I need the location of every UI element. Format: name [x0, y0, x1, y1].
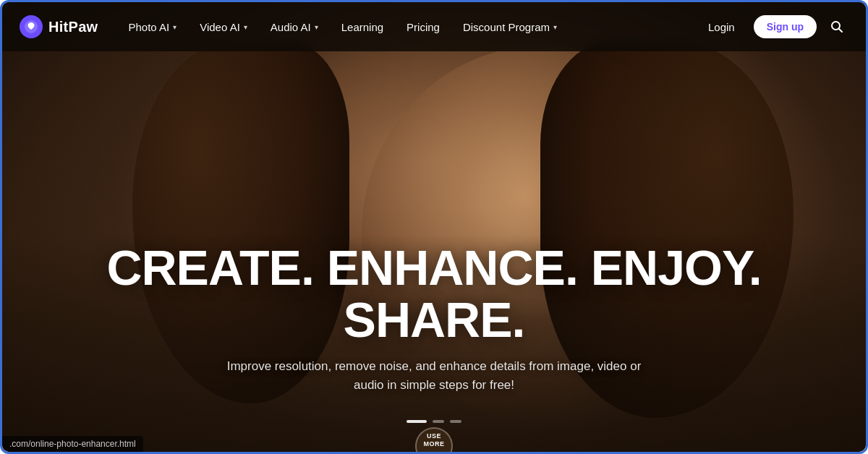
hero-content: CREATE. ENHANCE. ENJOY. SHARE. Improve r…: [2, 242, 866, 394]
hero-subtitle: Improve resolution, remove noise, and en…: [217, 357, 651, 394]
nav-item-discount-program[interactable]: Discount Program ▾: [453, 15, 567, 39]
svg-line-2: [839, 29, 843, 33]
slide-dot-3[interactable]: [450, 420, 461, 423]
slide-dot-2[interactable]: [433, 420, 444, 423]
nav-label-discount-program: Discount Program: [463, 21, 550, 33]
slide-indicators: [407, 420, 461, 423]
chevron-icon-photo-ai: ▾: [173, 23, 176, 31]
nav-label-learning: Learning: [341, 21, 383, 33]
page-wrapper: HitPaw Photo AI ▾ Video AI ▾ Audio AI ▾ …: [2, 2, 866, 452]
login-button[interactable]: Login: [698, 15, 745, 39]
logo-icon: [20, 15, 43, 38]
chevron-icon-video-ai: ▾: [244, 23, 247, 31]
chevron-icon-discount: ▾: [553, 23, 557, 31]
logo[interactable]: HitPaw: [20, 15, 98, 38]
nav-label-audio-ai: Audio AI: [271, 21, 311, 33]
nav-item-audio-ai[interactable]: Audio AI ▾: [260, 15, 328, 39]
nav-items: Photo AI ▾ Video AI ▾ Audio AI ▾ Learnin…: [118, 15, 697, 39]
navbar: HitPaw Photo AI ▾ Video AI ▾ Audio AI ▾ …: [2, 2, 866, 51]
nav-item-photo-ai[interactable]: Photo AI ▾: [118, 15, 187, 39]
logo-text: HitPaw: [48, 19, 98, 35]
search-button[interactable]: [825, 15, 848, 38]
nav-label-video-ai: Video AI: [200, 21, 240, 33]
nav-item-pricing[interactable]: Pricing: [396, 15, 450, 39]
scroll-btn-label: USE MORE: [417, 432, 451, 448]
nav-item-video-ai[interactable]: Video AI ▾: [190, 15, 258, 39]
scroll-arrow-icon: ↓: [432, 450, 436, 452]
nav-item-learning[interactable]: Learning: [331, 15, 393, 39]
slide-dot-1[interactable]: [407, 420, 427, 423]
nav-right: Login Sign up: [698, 15, 848, 39]
url-bar: .com/online-photo-enhancer.html: [2, 436, 143, 452]
nav-label-photo-ai: Photo AI: [128, 21, 169, 33]
nav-label-pricing: Pricing: [407, 21, 440, 33]
signup-button[interactable]: Sign up: [754, 15, 817, 39]
hero-headline: CREATE. ENHANCE. ENJOY. SHARE.: [31, 242, 837, 346]
chevron-icon-audio-ai: ▾: [315, 23, 318, 31]
